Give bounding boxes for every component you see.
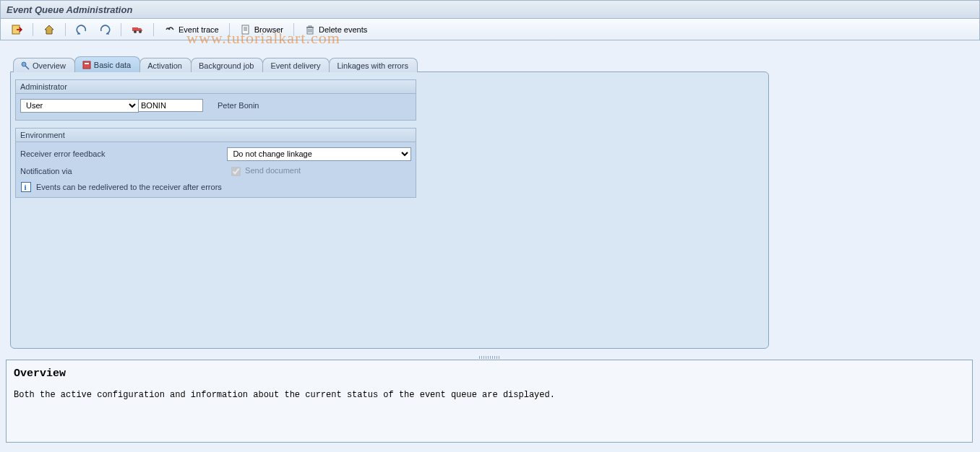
send-document-checkbox: Send document	[228, 165, 301, 178]
page-title: Event Queue Administration	[7, 4, 132, 15]
environment-group: Environment Receiver error feedback Do n…	[15, 128, 416, 198]
administrator-group: Administrator User Peter Bonin	[15, 79, 416, 121]
content-panel: Administrator User Peter Bonin Environme…	[10, 71, 769, 349]
tab-strip: Overview Basic data Activation Backgroun…	[13, 56, 980, 72]
overview-heading: Overview	[14, 368, 965, 380]
title-bar: Event Queue Administration	[0, 0, 980, 19]
feedback-select[interactable]: Do not change linkage	[227, 147, 411, 161]
exit-button[interactable]	[7, 22, 27, 37]
sound-icon	[164, 24, 176, 35]
svg-point-3	[139, 30, 142, 33]
info-icon: i	[20, 181, 32, 193]
basic-data-tab-icon	[82, 61, 91, 69]
event-trace-button[interactable]: Event trace	[160, 22, 223, 37]
delete-events-label: Delete events	[319, 25, 367, 34]
environment-group-title: Environment	[16, 129, 416, 142]
tab-event-delivery-label: Event delivery	[270, 61, 320, 70]
tab-overview-label: Overview	[33, 61, 66, 70]
splitter-grip-icon	[479, 356, 501, 359]
overview-pane: Overview Both the active configuration a…	[6, 360, 973, 443]
document-icon	[240, 24, 252, 35]
send-document-label: Send document	[245, 166, 301, 175]
home-icon	[43, 24, 55, 35]
tab-activation[interactable]: Activation	[139, 58, 192, 72]
tab-event-delivery[interactable]: Event delivery	[262, 58, 330, 72]
tab-linkages-errors[interactable]: Linkages with errors	[329, 58, 417, 72]
overview-body: Both the active configuration and inform…	[14, 390, 965, 400]
tab-background-job[interactable]: Background job	[191, 58, 263, 72]
tab-overview[interactable]: Overview	[13, 58, 75, 72]
event-trace-label: Event trace	[179, 25, 219, 34]
administrator-group-title: Administrator	[16, 80, 416, 94]
undo-icon	[76, 24, 87, 35]
redo-icon	[99, 24, 111, 35]
admin-type-select[interactable]: User	[20, 99, 139, 113]
transport-button[interactable]	[127, 22, 147, 37]
admin-user-name: Peter Bonin	[218, 101, 259, 110]
svg-rect-17	[85, 63, 89, 64]
svg-line-15	[25, 66, 29, 69]
delete-events-button[interactable]: Delete events	[300, 22, 371, 37]
notify-label: Notification via	[20, 167, 228, 175]
truck-icon	[132, 24, 143, 35]
browser-label: Browser	[254, 25, 283, 34]
toolbar: Event trace Browser Delete events	[0, 19, 980, 40]
tab-basic-data-label: Basic data	[94, 61, 131, 69]
svg-rect-10	[309, 26, 311, 27]
tab-activation-label: Activation	[147, 61, 182, 70]
home-button[interactable]	[39, 22, 59, 37]
svg-text:i: i	[25, 183, 27, 191]
svg-rect-4	[242, 25, 249, 34]
info-text: Events can be redelivered to the receive…	[36, 183, 222, 191]
feedback-label: Receiver error feedback	[20, 149, 227, 158]
tab-background-job-label: Background job	[199, 61, 254, 70]
undo-button[interactable]	[72, 22, 92, 37]
overview-tab-icon	[21, 61, 30, 70]
trash-icon	[304, 24, 316, 35]
tab-basic-data[interactable]: Basic data	[74, 56, 140, 72]
svg-rect-16	[83, 61, 90, 69]
admin-user-input[interactable]	[138, 99, 203, 112]
svg-point-2	[134, 30, 137, 33]
browser-button[interactable]: Browser	[236, 22, 288, 37]
exit-icon	[11, 24, 22, 35]
tab-linkages-errors-label: Linkages with errors	[337, 61, 408, 70]
redo-button[interactable]	[95, 22, 115, 37]
